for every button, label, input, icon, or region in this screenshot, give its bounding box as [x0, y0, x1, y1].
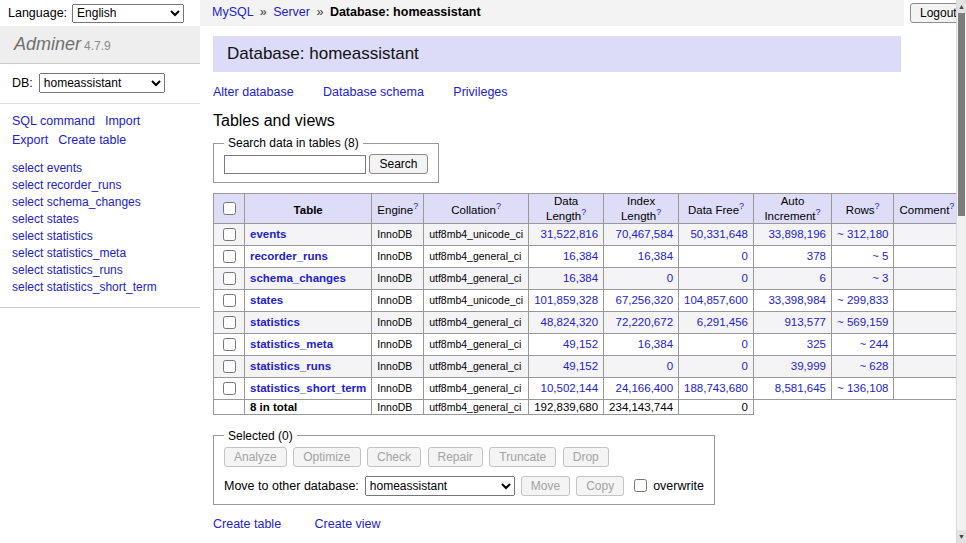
- auto-increment-link[interactable]: 33,898,196: [768, 228, 826, 240]
- db-select[interactable]: homeassistant: [39, 73, 165, 93]
- row-checkbox[interactable]: [223, 316, 236, 329]
- table-link[interactable]: statistics_meta: [250, 338, 333, 350]
- data-length-link[interactable]: 16,384: [563, 272, 598, 284]
- data-length-link[interactable]: 16,384: [563, 250, 598, 262]
- data-free-link[interactable]: 188,743,680: [684, 382, 748, 394]
- index-length-link[interactable]: 0: [667, 272, 673, 284]
- database-schema-link[interactable]: Database schema: [323, 85, 424, 99]
- auto-increment-link[interactable]: 378: [807, 250, 826, 262]
- sidebar-select-link[interactable]: select: [12, 229, 43, 243]
- sidebar-table-link[interactable]: schema_changes: [47, 195, 141, 209]
- data-length-link[interactable]: 49,152: [563, 338, 598, 350]
- sidebar-table-link[interactable]: statistics_meta: [47, 246, 126, 260]
- breadcrumb-mysql-link[interactable]: MySQL: [212, 5, 253, 19]
- scroll-down-icon[interactable]: ▼: [957, 530, 966, 543]
- select-all-checkbox[interactable]: [223, 202, 236, 215]
- sidebar-select-link[interactable]: select: [12, 263, 43, 277]
- auto-increment-link[interactable]: 8,581,645: [775, 382, 826, 394]
- index-length-link[interactable]: 16,384: [638, 250, 673, 262]
- rows-link[interactable]: ~ 136,108: [837, 382, 888, 394]
- language-select[interactable]: English: [72, 4, 184, 23]
- index-length-link[interactable]: 70,467,584: [615, 228, 673, 240]
- analyze-button[interactable]: Analyze: [224, 447, 287, 467]
- optimize-button[interactable]: Optimize: [293, 447, 360, 467]
- truncate-button[interactable]: Truncate: [489, 447, 556, 467]
- rows-link[interactable]: ~ 244: [859, 338, 888, 350]
- index-length-link[interactable]: 24,166,400: [615, 382, 673, 394]
- data-free-link[interactable]: 0: [742, 338, 748, 350]
- index-length-link[interactable]: 0: [667, 360, 673, 372]
- create-table-side-link[interactable]: Create table: [58, 133, 126, 147]
- table-link[interactable]: statistics_short_term: [250, 382, 366, 394]
- sidebar-select-link[interactable]: select: [12, 212, 43, 226]
- overwrite-checkbox[interactable]: [634, 479, 647, 492]
- breadcrumb-server-link[interactable]: Server: [273, 5, 310, 19]
- sidebar-table-link[interactable]: recorder_runs: [47, 178, 122, 192]
- drop-button[interactable]: Drop: [563, 447, 609, 467]
- data-free-link[interactable]: 104,857,600: [684, 294, 748, 306]
- sidebar-table-link[interactable]: events: [47, 161, 82, 175]
- table-link[interactable]: events: [250, 228, 286, 240]
- rows-link[interactable]: ~ 5: [872, 250, 888, 262]
- sidebar-table-link[interactable]: statistics_short_term: [47, 280, 157, 294]
- row-checkbox[interactable]: [223, 250, 236, 263]
- auto-increment-link[interactable]: 33,398,984: [768, 294, 826, 306]
- sql-command-link[interactable]: SQL command: [12, 114, 95, 128]
- auto-increment-link[interactable]: 39,999: [791, 360, 826, 372]
- rows-link[interactable]: ~ 569,159: [837, 316, 888, 328]
- scrollbar[interactable]: ▲ ▼: [956, 0, 966, 543]
- auto-increment-link[interactable]: 913,577: [784, 316, 826, 328]
- move-db-select[interactable]: homeassistant: [365, 476, 515, 496]
- sidebar-table-link[interactable]: statistics: [47, 229, 93, 243]
- data-free-link[interactable]: 50,331,648: [690, 228, 748, 240]
- row-checkbox[interactable]: [223, 294, 236, 307]
- table-link[interactable]: statistics: [250, 316, 300, 328]
- sidebar-select-link[interactable]: select: [12, 195, 43, 209]
- index-length-link[interactable]: 67,256,320: [615, 294, 673, 306]
- table-link[interactable]: states: [250, 294, 283, 306]
- rows-link[interactable]: ~ 312,180: [837, 228, 888, 240]
- data-length-link[interactable]: 101,859,328: [534, 294, 598, 306]
- row-checkbox[interactable]: [223, 272, 236, 285]
- auto-increment-link[interactable]: 325: [807, 338, 826, 350]
- auto-increment-link[interactable]: 6: [820, 272, 826, 284]
- table-link[interactable]: statistics_runs: [250, 360, 331, 372]
- sidebar-table-link[interactable]: statistics_runs: [47, 263, 123, 277]
- export-link[interactable]: Export: [12, 133, 48, 147]
- search-button[interactable]: Search: [369, 154, 427, 174]
- table-link[interactable]: schema_changes: [250, 272, 346, 284]
- data-length-link[interactable]: 10,502,144: [541, 382, 599, 394]
- rows-link[interactable]: ~ 299,833: [837, 294, 888, 306]
- data-length-link[interactable]: 31,522,816: [541, 228, 599, 240]
- create-view-link[interactable]: Create view: [315, 517, 381, 531]
- move-button[interactable]: Move: [521, 476, 570, 496]
- data-free-link[interactable]: 6,291,456: [697, 316, 748, 328]
- privileges-link[interactable]: Privileges: [453, 85, 507, 99]
- repair-button[interactable]: Repair: [428, 447, 483, 467]
- data-free-link[interactable]: 0: [742, 360, 748, 372]
- search-input[interactable]: [224, 155, 366, 174]
- index-length-link[interactable]: 72,220,672: [615, 316, 673, 328]
- check-button[interactable]: Check: [367, 447, 421, 467]
- rows-link[interactable]: ~ 3: [872, 272, 888, 284]
- sidebar-table-link[interactable]: states: [47, 212, 79, 226]
- create-table-link[interactable]: Create table: [213, 517, 281, 531]
- sidebar-select-link[interactable]: select: [12, 161, 43, 175]
- row-checkbox[interactable]: [223, 338, 236, 351]
- row-checkbox[interactable]: [223, 382, 236, 395]
- data-length-link[interactable]: 48,824,320: [541, 316, 599, 328]
- data-free-link[interactable]: 0: [742, 250, 748, 262]
- data-length-link[interactable]: 49,152: [563, 360, 598, 372]
- alter-database-link[interactable]: Alter database: [213, 85, 294, 99]
- sidebar-select-link[interactable]: select: [12, 246, 43, 260]
- data-free-link[interactable]: 0: [742, 272, 748, 284]
- scrollbar-thumb[interactable]: [958, 13, 965, 216]
- copy-button[interactable]: Copy: [576, 476, 624, 496]
- row-checkbox[interactable]: [223, 228, 236, 241]
- sidebar-select-link[interactable]: select: [12, 280, 43, 294]
- sidebar-select-link[interactable]: select: [12, 178, 43, 192]
- scroll-up-icon[interactable]: ▲: [957, 0, 966, 13]
- row-checkbox[interactable]: [223, 360, 236, 373]
- table-link[interactable]: recorder_runs: [250, 250, 328, 262]
- rows-link[interactable]: ~ 628: [859, 360, 888, 372]
